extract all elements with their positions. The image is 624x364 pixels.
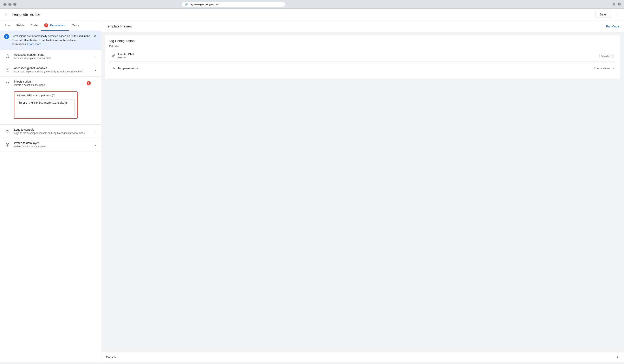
permission-global-variables-header[interactable]: Accesses global variables Accesses a glo… [0, 63, 101, 76]
axeptio-icon [111, 53, 115, 58]
permission-global-variables-info: Accesses global variables Accesses a glo… [14, 66, 91, 73]
app-header: × Template Editor Save ⋮ [0, 9, 624, 20]
tab-info[interactable]: Info [2, 20, 13, 31]
browser-forward-btn[interactable]: → [8, 3, 12, 6]
permission-global-variables: Accesses global variables Accesses a glo… [0, 63, 101, 77]
permission-injects-scripts: Injects scripts Injects a script into th… [0, 77, 101, 125]
svg-point-3 [112, 68, 113, 69]
svg-point-1 [7, 130, 8, 132]
injects-scripts-badge: 2 [87, 81, 91, 85]
permission-data-layer-desc: Writes data to the dataLayer [14, 145, 91, 148]
tag-type-axeptio-info: Axeptio CMP axeptio [118, 52, 597, 59]
run-code-button[interactable]: Run Code [606, 25, 619, 28]
tab-fields[interactable]: Fields [13, 20, 27, 31]
left-panel: Info Fields Code 1 Permissions Tests [0, 20, 101, 362]
permission-injects-scripts-title: Injects scripts [14, 80, 83, 83]
console-chevron-icon: ▲ [616, 355, 619, 359]
info-banner: i Permissions are automatically detected… [0, 31, 101, 50]
tag-type-axeptio-name: Axeptio CMP [118, 52, 597, 56]
info-text: Permissions are automatically detected b… [12, 34, 90, 46]
save-button[interactable]: Save [596, 11, 611, 18]
tab-permissions[interactable]: 1 Permissions [41, 20, 69, 31]
tag-type-axeptio[interactable]: Axeptio CMP axeptio GALLERY [109, 50, 616, 61]
permission-consent-state-title: Accesses consent state [14, 53, 91, 56]
key-icon [111, 66, 115, 71]
permission-logs-console-title: Logs to console [14, 128, 91, 131]
permission-consent-state-info: Accesses consent state Accesses the glob… [14, 53, 91, 60]
tag-permissions-label: Tag permissions [118, 67, 591, 70]
permission-data-layer-title: Writes to data layer [14, 141, 91, 145]
permission-logs-console-header[interactable]: Logs to console Logs to the developer co… [0, 125, 101, 138]
chevron-down-icon-2: ⌄ [94, 68, 97, 72]
permission-consent-state-desc: Accesses the global consent state. [14, 57, 91, 60]
tag-config-card: Tag Configuration Tag Type Axeptio CMP [104, 35, 621, 79]
lock-icon: 🔗 [185, 3, 188, 6]
tab-permissions-badge: 1 [44, 23, 48, 27]
browser-url: tagmanager.google.com [190, 3, 218, 6]
browser-controls: ← → ↻ [3, 3, 17, 6]
console-title: Console [106, 356, 117, 359]
bug-icon [4, 128, 11, 134]
browser-chrome: ← → ↻ 🔗 tagmanager.google.com ⊟ ⊡ [0, 0, 624, 9]
url-textarea-wrapper: https://static.axept.io/sdk.js [17, 99, 75, 116]
tag-permissions-item[interactable]: Tag permissions 5 permissions › [109, 63, 616, 73]
right-panel: Template Preview Run Code Tag Configurat… [101, 20, 624, 362]
layers-icon [4, 141, 11, 148]
close-button[interactable]: × [4, 11, 8, 18]
permission-global-variables-title: Accesses global variables [14, 66, 91, 70]
tab-tests[interactable]: Tests [69, 20, 82, 31]
tabs: Info Fields Code 1 Permissions Tests [0, 20, 101, 31]
browser-refresh-btn[interactable]: ↻ [13, 3, 17, 6]
browser-right-controls: ⊟ ⊡ [613, 2, 621, 6]
tag-config-title: Tag Configuration [109, 39, 616, 43]
tab-code[interactable]: Code [27, 20, 41, 31]
permission-logs-console-desc: Logs to the developer console and Tag Ma… [14, 132, 91, 134]
tag-type-label: Tag Type [109, 45, 616, 48]
permission-data-layer-info: Writes to data layer Writes data to the … [14, 141, 91, 148]
url-patterns-box: Allowed URL match patterns ? https://sta… [14, 91, 78, 119]
chevron-down-icon: ⌄ [94, 54, 97, 58]
permission-injects-scripts-expanded: Allowed URL match patterns ? https://sta… [0, 90, 101, 124]
console-section[interactable]: Console ▲ [101, 352, 624, 362]
svg-marker-2 [6, 143, 9, 144]
permission-logs-console: Logs to console Logs to the developer co… [0, 125, 101, 138]
permission-data-layer-header[interactable]: Writes to data layer Writes data to the … [0, 138, 101, 151]
permissions-count: 5 permissions [594, 67, 610, 70]
code-icon [4, 80, 11, 86]
browser-url-bar[interactable]: 🔗 tagmanager.google.com [182, 2, 285, 7]
permission-injects-scripts-info: Injects scripts Injects a script into th… [14, 80, 83, 86]
app-container: × Template Editor Save ⋮ Info Fields Cod… [0, 9, 624, 362]
chevron-right-icon: › [613, 66, 614, 70]
right-panel-content: Tag Configuration Tag Type Axeptio CMP [101, 32, 624, 352]
right-panel-header: Template Preview Run Code [101, 20, 624, 32]
url-patterns-label: Allowed URL match patterns ? [17, 94, 75, 97]
chevron-up-icon: ⌃ [94, 81, 97, 85]
main-layout: Info Fields Code 1 Permissions Tests [0, 20, 624, 362]
permission-injects-scripts-desc: Injects a script into the page [14, 84, 83, 86]
learn-more-link[interactable]: Learn more [27, 43, 41, 46]
chevron-down-icon-4: ⌄ [94, 143, 97, 147]
help-icon[interactable]: ? [52, 94, 55, 97]
tag-type-axeptio-sub: axeptio [118, 56, 597, 59]
permission-logs-console-info: Logs to console Logs to the developer co… [14, 128, 91, 134]
permission-data-layer: Writes to data layer Writes data to the … [0, 138, 101, 152]
permission-global-variables-desc: Accesses a global variable (potentially … [14, 70, 91, 73]
info-close-button[interactable]: × [93, 34, 97, 38]
global-variables-icon [4, 66, 11, 73]
permission-consent-state: Accesses consent state Accesses the glob… [0, 50, 101, 63]
more-button[interactable]: ⋮ [614, 11, 620, 18]
info-icon: i [4, 34, 9, 39]
shield-icon [4, 53, 11, 60]
permission-consent-state-header[interactable]: Accesses consent state Accesses the glob… [0, 50, 101, 63]
chevron-down-icon-3: ⌄ [94, 129, 97, 133]
browser-sidebar-btn[interactable]: ⊡ [618, 2, 621, 6]
browser-extensions-btn[interactable]: ⊟ [613, 2, 616, 6]
app-title: Template Editor [12, 12, 592, 17]
right-panel-title: Template Preview [106, 25, 132, 28]
browser-back-btn[interactable]: ← [3, 3, 7, 6]
url-input[interactable]: https://static.axept.io/sdk.js [17, 100, 75, 116]
permission-injects-scripts-header[interactable]: Injects scripts Injects a script into th… [0, 77, 101, 90]
tag-permissions-info: Tag permissions [118, 67, 591, 70]
gallery-badge: GALLERY [599, 54, 614, 58]
panel-content: i Permissions are automatically detected… [0, 31, 101, 362]
